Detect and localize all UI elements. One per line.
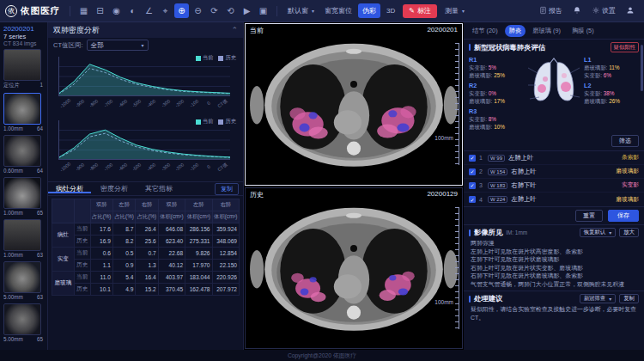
copy-table-button[interactable]: 复制 [215, 183, 239, 195]
slice-count: 1 [39, 82, 43, 89]
lesion-item[interactable]: ✓ 4 W 224 左肺上叶 磨玻璃影 [464, 193, 644, 206]
filter-button[interactable]: 筛选 [611, 135, 639, 147]
report-button[interactable]: 报告 [535, 3, 567, 18]
grid-layout-icon[interactable]: ▦ [76, 3, 91, 18]
analysis-tab-2[interactable]: 其它指标 [137, 184, 180, 193]
checkbox[interactable]: ✓ [469, 168, 476, 175]
zoom-in-icon[interactable]: ⊕ [174, 3, 189, 18]
density-panel-header: 双肺密度分析 ⌃ [48, 22, 243, 38]
table-row[interactable]: 病灶当前17.68.726.4646.08286.156359.924 [52, 223, 240, 236]
contrast-icon[interactable]: ◐ [125, 3, 140, 18]
table-row[interactable]: 实变当前0.60.50.722.689.82612.854 [52, 248, 240, 260]
checkbox[interactable]: ✓ [469, 196, 476, 203]
legend-item: 历史 [218, 54, 236, 62]
viewer-current[interactable]: 当前 20200201 100mm [245, 23, 463, 186]
report-tab-2[interactable]: 磨玻璃 (9) [528, 25, 565, 37]
window-tag: W 154 [488, 168, 507, 175]
density-panel: 双肺密度分析 ⌃ CT值区间: 全部▾ 当前历史 -1000-900-800-7… [48, 22, 244, 350]
lung-diagram-icon [526, 56, 581, 106]
default-window-button[interactable]: 默认窗▾ [283, 3, 319, 18]
rotate-ccw-icon[interactable]: ⟲ [223, 3, 238, 18]
series-count: 7 series [3, 33, 44, 40]
history-label: 历史 [250, 190, 264, 199]
viewer-history[interactable]: 历史 20200129 100mm [245, 187, 463, 350]
image-count: CT 834 imgs [3, 40, 44, 46]
series-thumbnail[interactable]: 1.00mm64 [3, 93, 43, 132]
density-panel-title: 双肺密度分析 [53, 25, 100, 36]
preset-select[interactable]: 新冠筛查▾ [580, 294, 617, 303]
report-tab-1[interactable]: 肺炎 [505, 25, 526, 37]
ct-history[interactable] [246, 188, 462, 349]
cine-play-icon[interactable]: ▶ [240, 3, 254, 18]
measure-button[interactable]: 测量▾ [440, 3, 469, 18]
slice-thickness: 1.00mm [3, 252, 23, 258]
series-thumbnail[interactable]: 0.60mm64 [3, 135, 43, 174]
series-thumbnail[interactable]: 1.00mm63 [3, 219, 43, 258]
analysis-tab-0[interactable]: 病灶分析 [48, 184, 91, 193]
series-thumbnail[interactable]: 5.00mm63 [3, 261, 43, 300]
lobe-stats: R3实变影: 8%磨玻璃影: 10% [469, 107, 524, 131]
three-d-button[interactable]: 3D [382, 3, 399, 18]
toolbar-left-icons: ▦⊟◉◐∠⌖⊕⊖⟳⟲▶▣ [76, 3, 270, 18]
current-label: 当前 [250, 26, 264, 35]
slice-thickness: 5.00mm [3, 336, 23, 342]
zoom-out-icon[interactable]: ⊖ [191, 3, 205, 18]
table-row[interactable]: 历史16.98.225.6623.40275.331348.069 [52, 236, 240, 248]
report-panel: 结节 (20)肺炎磨玻璃 (9)胸膜 (5) 新型冠状病毒肺炎评估 疑似阳性 R… [464, 22, 644, 350]
series-thumbnail[interactable]: 5.00mm65 [3, 303, 43, 342]
app-window: 依 依图医疗 ▦⊟◉◐∠⌖⊕⊖⟳⟲▶▣ 默认窗▾窗宽窗位伪彩3D ✎标注 测量▾… [0, 0, 644, 361]
annotate-button[interactable]: ✎标注 [403, 4, 437, 18]
table-row[interactable]: 历史1.10.91.340.1217.97022.150 [52, 260, 240, 272]
main-area: 20200201 7 series CT 834 imgs 定位片1 1.00m… [0, 22, 644, 350]
lung-diagram-wrap [526, 56, 581, 133]
reset-button[interactable]: 重置 [575, 210, 603, 222]
rotate-cw-icon[interactable]: ⟳ [207, 3, 222, 18]
report-tab-0[interactable]: 结节 (20) [468, 25, 502, 37]
capture-icon[interactable]: ▣ [256, 3, 270, 18]
report-icon [539, 6, 547, 16]
brand-logo-icon: 依 [5, 5, 17, 17]
copy-suggestion-button[interactable]: 复制 [619, 294, 639, 303]
series-stack-icon[interactable]: ⊟ [93, 3, 107, 18]
series-thumbnail[interactable]: 定位片1 [3, 49, 43, 89]
enlarge-button[interactable]: 放大 [619, 228, 639, 237]
checkbox[interactable]: ✓ [469, 182, 476, 189]
slice-count: 63 [37, 252, 43, 258]
lesion-type-tag: 磨玻璃影 [616, 196, 639, 204]
lesion-list: ✓ 1 W 99 左肺上叶 条索影 ✓ 2 W 154 右肺上叶 磨玻璃影 ✓ … [464, 151, 644, 207]
ct-current[interactable] [246, 24, 462, 185]
lesion-item[interactable]: ✓ 3 W 183 右肺下叶 实变影 [464, 179, 644, 193]
crosshair-icon[interactable]: ⌖ [158, 3, 173, 18]
thumbnail-image [3, 135, 41, 167]
lesion-item[interactable]: ✓ 2 W 154 右肺上叶 磨玻璃影 [464, 165, 644, 179]
ct-range-select[interactable]: 全部▾ [87, 40, 149, 51]
report-tabs: 结节 (20)肺炎磨玻璃 (9)胸膜 (5) [464, 22, 644, 40]
slice-count: 64 [37, 168, 43, 174]
slice-count: 65 [37, 336, 43, 342]
analysis-tab-1[interactable]: 密度分析 [93, 184, 136, 193]
settings-button[interactable]: 设置 [587, 3, 620, 18]
table-row[interactable]: 磨玻璃当前11.05.416.4403.97183.044220.926 [52, 272, 240, 284]
series-thumbnail[interactable]: 1.00mm65 [3, 177, 43, 216]
user-button[interactable] [622, 3, 639, 18]
suggestion-text[interactable]: 疑似阳性，请结合实验室检查及接触史进一步诊断，必要时复查CT。 [464, 304, 644, 324]
section-accent-bar [469, 296, 471, 303]
collapse-icon[interactable]: ⌃ [231, 26, 238, 34]
eye-icon[interactable]: ◉ [109, 3, 124, 18]
density-chart: 当前历史 -1000-900-800-700-600-500-400-300-2… [48, 116, 243, 180]
window-level-button[interactable]: 窗宽窗位 [320, 3, 356, 18]
restore-default-button[interactable]: 恢复默认▾ [580, 228, 617, 237]
suspected-positive-badge: 疑似阳性 [611, 42, 639, 52]
section-accent-bar [469, 44, 471, 51]
angle-measure-icon[interactable]: ∠ [142, 3, 156, 18]
notifications-button[interactable] [568, 3, 586, 18]
save-button[interactable]: 保存 [608, 210, 639, 222]
report-tab-3[interactable]: 胸膜 (5) [568, 25, 598, 37]
scrollbar[interactable] [641, 45, 643, 91]
pseudo-color-button[interactable]: 伪彩 [358, 3, 380, 18]
table-row[interactable]: 历史10.14.915.2370.45162.478207.972 [52, 284, 240, 296]
slice-thickness: 1.00mm [3, 125, 23, 132]
lesion-item[interactable]: ✓ 1 W 99 左肺上叶 条索影 [464, 151, 644, 165]
checkbox[interactable]: ✓ [469, 155, 476, 162]
findings-text[interactable]: 两肺弥漫左肺上叶可见散在斑片状高密度影、条索影左肺下叶可见散在斑片状磨玻璃影右肺… [464, 238, 644, 291]
